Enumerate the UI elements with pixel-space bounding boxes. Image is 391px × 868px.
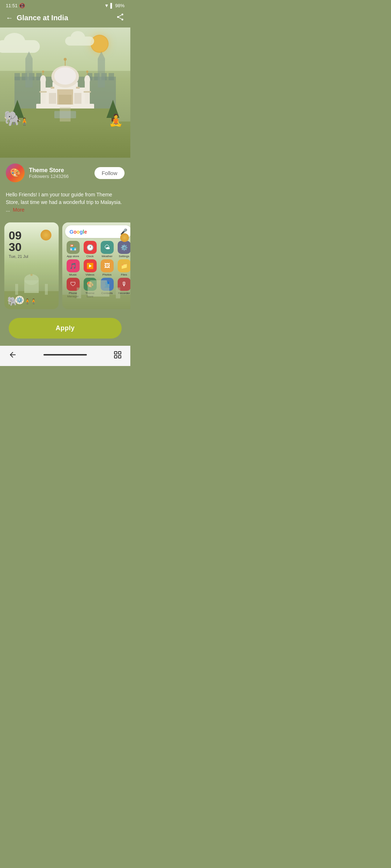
nav-recent[interactable] (112, 349, 123, 360)
svg-rect-23 (74, 93, 81, 104)
back-button[interactable]: ← (6, 14, 13, 22)
svg-rect-54 (116, 288, 120, 298)
apply-button[interactable]: Apply (9, 318, 122, 339)
avatar: 🎨 (6, 163, 25, 182)
svg-rect-53 (77, 288, 81, 298)
preview-date: Tue, 21 Jul (9, 254, 54, 259)
home-sun-icon (120, 233, 129, 242)
svg-rect-6 (14, 73, 20, 80)
author-section: 🎨 Theme Store Followers 1243266 Follow (0, 158, 130, 188)
more-button[interactable]: More (13, 207, 25, 213)
svg-marker-15 (25, 51, 33, 59)
music-icon: 🎵 (67, 259, 80, 272)
nav-back[interactable] (7, 349, 18, 360)
share-button[interactable] (116, 13, 125, 23)
svg-point-32 (42, 71, 44, 73)
notification-icon: 📵 (19, 3, 25, 8)
clock-icon: 🕐 (84, 241, 97, 254)
author-followers: Followers 1243266 (29, 174, 90, 179)
app-item-videos[interactable]: ▶️ Videos (82, 259, 98, 276)
bottom-nav (0, 346, 130, 366)
svg-rect-58 (118, 356, 121, 358)
svg-rect-43 (54, 111, 76, 118)
photos-icon: 🖼 (101, 259, 114, 272)
svg-point-26 (54, 67, 76, 85)
ground (0, 122, 130, 158)
svg-point-49 (30, 274, 33, 276)
preview-sun (41, 230, 51, 241)
header: ← Glance at India (0, 10, 130, 27)
svg-rect-40 (76, 87, 80, 89)
videos-icon: ▶️ (84, 259, 97, 272)
follow-button[interactable]: Follow (94, 167, 125, 179)
status-bar: 11:51 📵 ▼ ▌ 98% (0, 0, 130, 10)
svg-rect-57 (114, 356, 117, 358)
svg-rect-16 (98, 59, 105, 88)
yoga-person-illustration: 🧘 (109, 113, 123, 127)
app-item-files[interactable]: 📁 Files (116, 259, 130, 276)
page-title: Glance at India (17, 14, 68, 22)
svg-line-4 (119, 17, 121, 19)
status-right: ▼ ▌ 98% (104, 3, 125, 8)
home-indicator[interactable] (43, 354, 87, 356)
app-item-music[interactable]: 🎵 Music (65, 259, 81, 276)
app-item-appstore[interactable]: 🏪 App store (65, 241, 81, 258)
svg-rect-56 (118, 352, 121, 354)
videos-label: Videos (85, 273, 94, 276)
svg-rect-48 (45, 284, 48, 295)
hero-image: 🐘 🧍 🧘 (0, 27, 130, 158)
google-logo: Google (70, 229, 87, 235)
svg-point-1 (117, 16, 119, 18)
svg-rect-39 (51, 87, 54, 89)
app-item-clock[interactable]: 🕐 Clock (82, 241, 98, 258)
app-item-weather[interactable]: 🌤 Weather (99, 241, 115, 258)
svg-rect-55 (114, 352, 117, 354)
theme-store-icon: 🎨 (10, 168, 21, 178)
svg-point-30 (40, 75, 46, 84)
weather-icon: 🌤 (101, 241, 114, 254)
svg-rect-13 (109, 73, 114, 80)
svg-point-37 (86, 71, 88, 73)
clock-label: Clock (86, 255, 93, 258)
person-illustration: 🧍 (20, 117, 29, 126)
header-left: ← Glance at India (6, 14, 68, 22)
apply-section: Apply (0, 312, 130, 346)
author-name: Theme Store (29, 167, 90, 174)
battery-display: 98% (115, 3, 125, 8)
svg-point-0 (122, 14, 123, 16)
app-item-settings[interactable]: ⚙️ Settings (116, 241, 130, 258)
svg-point-28 (64, 58, 67, 61)
settings-icon: ⚙️ (118, 241, 131, 254)
photos-label: Photos (102, 273, 112, 276)
lockscreen-preview[interactable]: 0930 Tue, 21 Jul 🐘 ⚙️ 🧍🧍 (4, 222, 59, 309)
svg-rect-14 (25, 59, 33, 88)
preview-thumbnails: 0930 Tue, 21 Jul 🐘 ⚙️ 🧍🧍 Google (0, 220, 130, 312)
time-display: 11:51 (6, 3, 18, 8)
svg-rect-47 (15, 284, 18, 295)
wifi-icon: ▼ (104, 3, 109, 8)
svg-point-2 (122, 19, 123, 21)
status-left: 11:51 📵 (6, 3, 25, 8)
description-section: Hello Friends! I am your tour guide from… (0, 188, 130, 220)
svg-rect-33 (39, 91, 47, 93)
cloud-right (65, 37, 94, 46)
homescreen-preview[interactable]: Google 🎤 🏪 App store 🕐 Clock 🌤 Weather ⚙… (62, 222, 130, 309)
files-label: Files (121, 273, 127, 276)
svg-marker-17 (98, 51, 105, 59)
svg-rect-21 (59, 95, 72, 105)
appstore-icon: 🏪 (67, 241, 80, 254)
svg-rect-22 (49, 93, 56, 104)
svg-point-35 (84, 75, 90, 84)
preview-people: 🧍🧍 (24, 298, 37, 304)
weather-label: Weather (101, 255, 112, 258)
settings-label: Settings (119, 255, 129, 258)
music-label: Music (69, 273, 77, 276)
app-item-photos[interactable]: 🖼 Photos (99, 259, 115, 276)
elephant-illustration: 🐘 (4, 110, 22, 127)
author-info: Theme Store Followers 1243266 (29, 167, 90, 179)
svg-line-3 (119, 15, 121, 16)
taj-mahal-illustration (14, 48, 116, 129)
files-icon: 📁 (118, 259, 131, 272)
svg-rect-38 (84, 91, 91, 93)
signal-icon: ▌ (110, 3, 114, 8)
